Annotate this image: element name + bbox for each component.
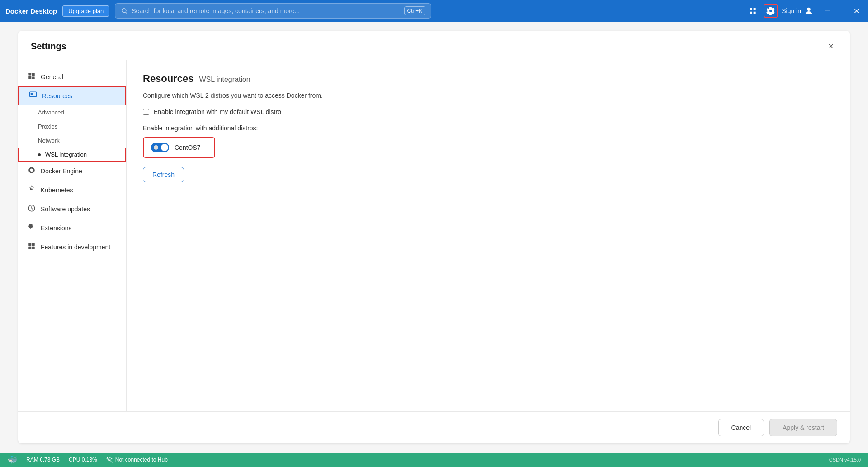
upgrade-button[interactable]: Upgrade plan xyxy=(62,5,109,17)
gear-icon xyxy=(766,6,775,15)
refresh-button-container: Refresh xyxy=(143,165,834,182)
svg-rect-11 xyxy=(28,243,31,246)
svg-rect-12 xyxy=(32,243,35,246)
statusbar: 🐳 RAM 6.73 GB CPU 0.13% Not connected to… xyxy=(0,453,868,467)
search-icon xyxy=(121,7,128,14)
sidebar-item-general[interactable]: General xyxy=(18,67,126,86)
sidebar-item-kubernetes[interactable]: Kubernetes xyxy=(18,181,126,200)
svg-rect-13 xyxy=(28,247,31,249)
toggle-thumb xyxy=(161,144,168,151)
disconnected-icon xyxy=(106,457,113,463)
settings-title: Settings xyxy=(31,41,66,52)
centos7-toggle[interactable] xyxy=(151,143,169,152)
svg-rect-3 xyxy=(28,73,31,75)
minimize-button[interactable]: ─ xyxy=(821,5,834,17)
kubernetes-icon xyxy=(27,185,36,195)
signin-button[interactable]: Sign in xyxy=(782,6,814,16)
docker-status-icon: 🐳 xyxy=(7,455,17,465)
apply-restart-button[interactable]: Apply & restart xyxy=(769,419,837,436)
content-subtitle: WSL integration xyxy=(199,76,250,84)
topbar-actions: Sign in ─ □ ✕ xyxy=(745,4,863,18)
toggle-dot-off xyxy=(154,145,158,150)
software-updates-icon xyxy=(27,204,36,214)
default-wsl-checkbox[interactable] xyxy=(143,109,149,115)
ram-label: RAM 6.73 GB xyxy=(26,457,60,463)
features-icon xyxy=(27,242,36,252)
extensions-icon-button[interactable] xyxy=(745,4,760,18)
connection-label: Not connected to Hub xyxy=(115,457,168,463)
software-updates-label: Software updates xyxy=(41,205,90,213)
extensions-label: Extensions xyxy=(41,224,71,232)
sidebar-sub-item-proxies[interactable]: Proxies xyxy=(18,119,126,133)
settings-body: General Resources Advanced Proxies xyxy=(18,60,850,411)
sidebar-item-software-updates[interactable]: Software updates xyxy=(18,200,126,219)
settings-panel: Settings × General Resourc xyxy=(18,31,850,443)
user-icon xyxy=(804,6,814,16)
svg-rect-5 xyxy=(32,73,35,76)
sidebar-item-resources[interactable]: Resources xyxy=(18,86,126,105)
svg-line-1 xyxy=(126,12,127,14)
resources-icon xyxy=(28,91,38,101)
general-icon xyxy=(27,72,36,82)
refresh-button[interactable]: Refresh xyxy=(143,167,184,182)
sidebar-item-extensions[interactable]: Extensions xyxy=(18,219,126,238)
kubernetes-label: Kubernetes xyxy=(41,186,73,194)
extensions-sidebar-icon xyxy=(27,223,36,233)
additional-distros-label: Enable integration with additional distr… xyxy=(143,124,834,132)
settings-header: Settings × xyxy=(18,31,850,60)
docker-engine-label: Docker Engine xyxy=(41,167,82,175)
svg-point-0 xyxy=(122,9,126,13)
sidebar-item-docker-engine[interactable]: Docker Engine xyxy=(18,162,126,181)
toggle-track xyxy=(151,143,169,152)
app-brand: Docker Desktop xyxy=(5,7,57,15)
docker-engine-icon xyxy=(27,166,36,176)
search-bar: Search for local and remote images, cont… xyxy=(115,3,431,19)
sidebar-sub-item-advanced[interactable]: Advanced xyxy=(18,105,126,119)
search-shortcut: Ctrl+K xyxy=(404,6,426,15)
connection-status: Not connected to Hub xyxy=(106,457,168,463)
sidebar-sub-item-network[interactable]: Network xyxy=(18,133,126,148)
distro-item-centos7: CentOS7 xyxy=(143,137,215,158)
settings-footer: Cancel Apply & restart xyxy=(18,411,850,443)
general-label: General xyxy=(41,73,63,81)
sidebar-sub-item-wsl[interactable]: WSL integration xyxy=(18,148,126,162)
wsl-label: WSL integration xyxy=(45,151,87,158)
svg-rect-8 xyxy=(31,93,33,95)
settings-close-button[interactable]: × xyxy=(825,40,837,52)
wsl-bullet xyxy=(38,153,41,156)
window-controls: ─ □ ✕ xyxy=(821,5,863,17)
sidebar: General Resources Advanced Proxies xyxy=(18,60,127,411)
cancel-button[interactable]: Cancel xyxy=(718,419,764,436)
distro-name: CentOS7 xyxy=(175,144,201,151)
main-area: Settings × General Resourc xyxy=(0,22,868,453)
maximize-button[interactable]: □ xyxy=(835,5,848,17)
search-placeholder: Search for local and remote images, cont… xyxy=(132,7,300,14)
svg-rect-4 xyxy=(28,76,31,79)
svg-rect-14 xyxy=(32,247,35,249)
topbar: Docker Desktop Upgrade plan Search for l… xyxy=(0,0,868,22)
sidebar-item-features[interactable]: Features in development xyxy=(18,238,126,257)
close-window-button[interactable]: ✕ xyxy=(850,5,863,17)
svg-rect-6 xyxy=(32,77,35,79)
content-heading: Resources WSL integration xyxy=(143,73,834,85)
proxies-label: Proxies xyxy=(38,123,57,130)
features-label: Features in development xyxy=(41,243,110,251)
version-label: CSDN v4.15.0 xyxy=(829,457,861,462)
content-description: Configure which WSL 2 distros you want t… xyxy=(143,92,834,99)
content-area: Resources WSL integration Configure whic… xyxy=(127,60,850,411)
default-wsl-row: Enable integration with my default WSL d… xyxy=(143,108,834,115)
content-title: Resources xyxy=(143,73,194,85)
signin-label: Sign in xyxy=(782,7,801,14)
cpu-label: CPU 0.13% xyxy=(69,457,97,463)
extensions-icon xyxy=(748,6,757,15)
svg-point-2 xyxy=(807,8,810,11)
network-label: Network xyxy=(38,137,60,144)
advanced-label: Advanced xyxy=(38,109,64,116)
default-wsl-label: Enable integration with my default WSL d… xyxy=(154,108,281,115)
settings-icon-button[interactable] xyxy=(764,4,778,18)
resources-label: Resources xyxy=(42,92,72,100)
